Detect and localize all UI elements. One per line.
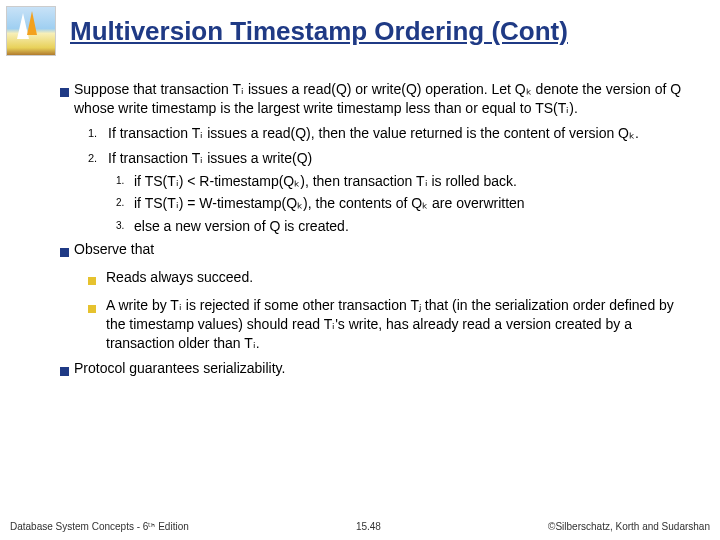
rule-text: if TS(Tᵢ) = W-timestamp(Qₖ), the content… <box>134 194 690 213</box>
logo-image <box>6 6 56 56</box>
square-bullet-icon <box>60 240 74 262</box>
rule-text: if TS(Tᵢ) < R-timestamp(Qₖ), then transa… <box>134 172 690 191</box>
list-number: 1. <box>88 124 108 143</box>
numbered-rule-2: 2. If transaction Tᵢ issues a write(Q) <box>88 149 690 168</box>
footer-center: 15.48 <box>356 521 381 532</box>
slide-footer: Database System Concepts - 6ᵗʰ Edition 1… <box>10 521 710 532</box>
observe-text: Reads always succeed. <box>106 268 690 290</box>
observe-item-1: Reads always succeed. <box>88 268 690 290</box>
observe-text: A write by Tᵢ is rejected if some other … <box>106 296 690 353</box>
sub-rule-2c: 3. else a new version of Q is created. <box>116 217 690 236</box>
bullet-observe: Observe that <box>60 240 690 262</box>
yellow-square-icon <box>88 296 106 353</box>
list-number: 1. <box>116 172 134 191</box>
footer-left: Database System Concepts - 6ᵗʰ Edition <box>10 521 189 532</box>
yellow-square-icon <box>88 268 106 290</box>
rule-text: else a new version of Q is created. <box>134 217 690 236</box>
rule-text: If transaction Tᵢ issues a read(Q), then… <box>108 124 690 143</box>
list-number: 2. <box>116 194 134 213</box>
sub-rule-2b: 2. if TS(Tᵢ) = W-timestamp(Qₖ), the cont… <box>116 194 690 213</box>
square-bullet-icon <box>60 80 74 118</box>
bullet-text: Protocol guarantees serializability. <box>74 359 690 381</box>
bullet-text: Suppose that transaction Tᵢ issues a rea… <box>74 80 690 118</box>
bullet-text: Observe that <box>74 240 690 262</box>
list-number: 3. <box>116 217 134 236</box>
list-number: 2. <box>88 149 108 168</box>
square-bullet-icon <box>60 359 74 381</box>
observe-item-2: A write by Tᵢ is rejected if some other … <box>88 296 690 353</box>
rule-text: If transaction Tᵢ issues a write(Q) <box>108 149 690 168</box>
slide-body: Suppose that transaction Tᵢ issues a rea… <box>60 80 690 387</box>
sub-rule-2a: 1. if TS(Tᵢ) < R-timestamp(Qₖ), then tra… <box>116 172 690 191</box>
bullet-suppose: Suppose that transaction Tᵢ issues a rea… <box>60 80 690 118</box>
numbered-rule-1: 1. If transaction Tᵢ issues a read(Q), t… <box>88 124 690 143</box>
bullet-protocol: Protocol guarantees serializability. <box>60 359 690 381</box>
slide-title: Multiversion Timestamp Ordering (Cont) <box>70 16 710 47</box>
slide: Multiversion Timestamp Ordering (Cont) S… <box>0 0 720 540</box>
footer-right: ©Silberschatz, Korth and Sudarshan <box>548 521 710 532</box>
